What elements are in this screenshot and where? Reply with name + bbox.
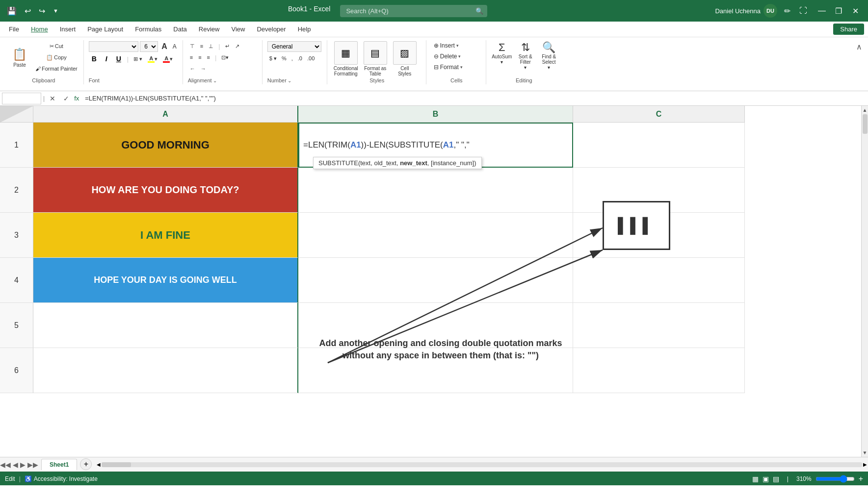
scroll-thumb-v[interactable] bbox=[863, 114, 868, 134]
redo-icon[interactable]: ↪ bbox=[37, 4, 47, 18]
save-icon[interactable]: 💾 bbox=[5, 4, 19, 18]
page-layout-view-icon[interactable]: ▣ bbox=[763, 475, 769, 483]
menu-item-review[interactable]: Review bbox=[194, 24, 225, 35]
cell-A4[interactable]: HOPE YOUR DAY IS GOING WELL bbox=[33, 258, 298, 303]
conditional-formatting-block[interactable]: ▦ ConditionalFormatting bbox=[332, 41, 360, 76]
add-sheet-button[interactable]: + bbox=[80, 458, 92, 470]
merge-button[interactable]: ⊡▾ bbox=[219, 52, 231, 62]
cell-A1[interactable]: GOOD MORNING bbox=[33, 123, 298, 168]
number-dialog-icon[interactable]: ⌄ bbox=[288, 78, 291, 83]
format-button[interactable]: ⊟ Format ▾ bbox=[431, 63, 465, 72]
border-button[interactable]: ⊞ ▾ bbox=[132, 54, 144, 64]
right-align-button[interactable]: ≡ bbox=[205, 52, 212, 62]
sheet-nav-right[interactable]: ▶ bbox=[20, 461, 26, 469]
zoom-in-icon[interactable]: + bbox=[859, 475, 863, 483]
dec-dec-button[interactable]: .00 bbox=[305, 53, 316, 63]
find-select-button[interactable]: 🔍 Find & Select ▾ bbox=[538, 41, 560, 70]
menu-item-data[interactable]: Data bbox=[168, 24, 191, 35]
comma-button[interactable]: , bbox=[289, 53, 295, 63]
insert-button[interactable]: ⊕ Insert ▾ bbox=[431, 41, 465, 50]
currency-button[interactable]: $ ▾ bbox=[267, 53, 279, 63]
center-align-button[interactable]: ≡ bbox=[196, 52, 203, 62]
page-break-view-icon[interactable]: ▤ bbox=[773, 475, 779, 483]
menu-item-page-layout[interactable]: Page Layout bbox=[82, 24, 128, 35]
pen-icon[interactable]: ✏ bbox=[782, 4, 792, 18]
row-num-1[interactable]: 1 bbox=[0, 123, 33, 168]
cell-B2[interactable] bbox=[298, 168, 573, 213]
customize-qat-icon[interactable]: ▼ bbox=[51, 6, 60, 16]
cell-B4[interactable] bbox=[298, 258, 573, 303]
menu-item-insert[interactable]: Insert bbox=[55, 24, 81, 35]
fill-color-button[interactable]: A▾ bbox=[146, 54, 159, 64]
menu-item-developer[interactable]: Developer bbox=[252, 24, 290, 35]
hscroll-thumb[interactable] bbox=[102, 462, 131, 467]
row-num-2[interactable]: 2 bbox=[0, 168, 33, 213]
bot-align-button[interactable]: ⊥ bbox=[207, 41, 215, 51]
cell-reference-input[interactable] bbox=[2, 93, 41, 104]
paste-button[interactable]: 📋 Paste bbox=[8, 41, 31, 74]
autosum-button[interactable]: Σ AutoSum ▾ bbox=[491, 41, 513, 65]
left-align-button[interactable]: ≡ bbox=[188, 52, 195, 62]
sheet-nav-left-left[interactable]: ◀◀ bbox=[0, 461, 11, 469]
font-color-button[interactable]: A▾ bbox=[161, 54, 175, 64]
format-painter-button[interactable]: 🖌 Format Painter bbox=[33, 64, 79, 74]
row-num-6[interactable]: 6 bbox=[0, 348, 33, 393]
horizontal-scrollbar[interactable]: ◀ ▶ bbox=[96, 461, 868, 468]
share-button[interactable]: Share bbox=[833, 24, 864, 35]
percent-button[interactable]: % bbox=[280, 53, 289, 63]
wrap-text-button[interactable]: ↵ bbox=[223, 41, 232, 51]
menu-item-view[interactable]: View bbox=[226, 24, 250, 35]
cell-styles-block[interactable]: ▨ CellStyles bbox=[391, 41, 419, 76]
menu-item-file[interactable]: File bbox=[4, 24, 24, 35]
mid-align-button[interactable]: ≡ bbox=[198, 41, 205, 51]
scroll-track-v[interactable] bbox=[862, 114, 868, 449]
row-num-3[interactable]: 3 bbox=[0, 213, 33, 258]
sort-filter-button[interactable]: ⇅ Sort & Filter ▾ bbox=[515, 41, 536, 70]
sheet-nav-right-right[interactable]: ▶▶ bbox=[27, 461, 38, 469]
hscroll-track[interactable] bbox=[102, 462, 862, 467]
cell-A2[interactable]: HOW ARE YOU DOING TODAY? bbox=[33, 168, 298, 213]
row-num-5[interactable]: 5 bbox=[0, 303, 33, 348]
orient-button[interactable]: ↗ bbox=[233, 41, 241, 51]
font-name-select[interactable] bbox=[89, 41, 138, 52]
cell-C1[interactable] bbox=[573, 123, 745, 168]
font-grow-button[interactable]: A bbox=[159, 42, 169, 51]
cell-B3[interactable] bbox=[298, 213, 573, 258]
alignment-dialog-icon[interactable]: ⌄ bbox=[213, 78, 217, 83]
row-num-4[interactable]: 4 bbox=[0, 258, 33, 303]
menu-item-home[interactable]: Home bbox=[26, 24, 53, 35]
scroll-up-icon[interactable]: ▲ bbox=[861, 106, 868, 114]
fullscreen-icon[interactable]: ⛶ bbox=[797, 4, 809, 17]
scroll-left-icon[interactable]: ◀ bbox=[96, 461, 102, 468]
col-header-B[interactable]: B bbox=[298, 106, 573, 123]
indent-inc-button[interactable]: → bbox=[199, 64, 208, 74]
scroll-right-icon[interactable]: ▶ bbox=[862, 461, 868, 468]
format-table-block[interactable]: ▤ Format asTable bbox=[362, 41, 389, 76]
cancel-formula-button[interactable]: ✕ bbox=[47, 93, 58, 104]
normal-view-icon[interactable]: ▦ bbox=[752, 475, 759, 483]
ribbon-collapse-icon[interactable]: ∧ bbox=[854, 40, 864, 53]
scroll-down-icon[interactable]: ▼ bbox=[861, 449, 868, 457]
sheet-nav-left[interactable]: ◀ bbox=[13, 461, 18, 469]
underline-button[interactable]: U bbox=[113, 53, 124, 64]
minimize-button[interactable]: — bbox=[814, 3, 830, 19]
font-size-select[interactable]: 6 bbox=[140, 41, 158, 52]
vertical-scrollbar[interactable]: ▲ ▼ bbox=[861, 106, 868, 457]
cut-button[interactable]: ✂ Cut bbox=[33, 41, 79, 51]
menu-item-formulas[interactable]: Formulas bbox=[130, 24, 166, 35]
formula-input[interactable] bbox=[83, 93, 866, 104]
cell-A3[interactable]: I AM FINE bbox=[33, 213, 298, 258]
undo-icon[interactable]: ↩ bbox=[23, 4, 33, 18]
indent-dec-button[interactable]: ← bbox=[188, 64, 197, 74]
italic-button[interactable]: I bbox=[101, 53, 112, 64]
font-shrink-button[interactable]: A bbox=[171, 42, 179, 51]
col-header-C[interactable]: C bbox=[573, 106, 745, 123]
copy-button[interactable]: 📋 Copy bbox=[33, 52, 79, 62]
menu-item-help[interactable]: Help bbox=[293, 24, 316, 35]
search-input[interactable] bbox=[340, 5, 487, 17]
confirm-formula-button[interactable]: ✓ bbox=[60, 93, 72, 104]
cell-C4[interactable] bbox=[573, 258, 745, 303]
dec-inc-button[interactable]: .0 bbox=[296, 53, 304, 63]
top-align-button[interactable]: ⊤ bbox=[188, 41, 197, 51]
col-header-A[interactable]: A bbox=[33, 106, 298, 123]
